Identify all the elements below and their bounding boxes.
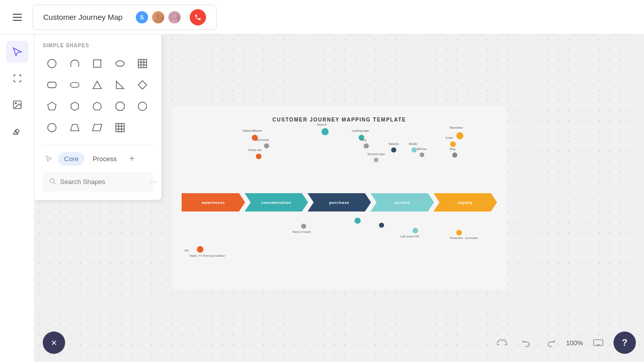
collaborators: S <box>135 10 182 24</box>
dot-website <box>391 147 396 153</box>
dot-mobile <box>412 147 417 153</box>
svg-marker-30 <box>48 102 56 110</box>
cloud-sync-button[interactable] <box>493 334 511 352</box>
label-digital-billboard: Digital billboard <box>243 129 262 132</box>
shapes-panel: SIMPLE SHAPES <box>35 35 162 200</box>
stage-purchase: purchase <box>308 193 371 212</box>
svg-rect-26 <box>70 82 79 87</box>
label-radio: Radio, TV Print and Outdoor <box>190 254 225 257</box>
label-newsletter: Newsletter <box>450 126 463 129</box>
shape-heptagon[interactable] <box>88 97 106 115</box>
shape-stadium[interactable] <box>66 76 84 94</box>
shape-circle-2[interactable] <box>43 118 61 137</box>
dot-online-ads <box>256 154 261 159</box>
svg-point-2 <box>172 14 177 18</box>
svg-line-45 <box>54 183 55 184</box>
shape-arc[interactable] <box>66 54 84 73</box>
menu-button[interactable] <box>8 8 26 26</box>
svg-point-1 <box>155 19 161 23</box>
svg-marker-28 <box>116 81 124 89</box>
shape-empty[interactable] <box>133 118 152 137</box>
avatar-1 <box>151 10 165 24</box>
svg-marker-33 <box>116 102 125 111</box>
svg-marker-43 <box>46 156 52 162</box>
label-mobile: Mobile <box>409 142 417 145</box>
sidebar-shapes-tool[interactable] <box>6 120 28 142</box>
shape-diamond[interactable] <box>133 76 152 94</box>
svg-point-19 <box>116 61 125 67</box>
keyboard-button[interactable] <box>589 334 607 352</box>
search-more-button[interactable]: ⋯ <box>150 177 158 187</box>
svg-marker-37 <box>93 125 102 131</box>
dot-purchase-below <box>379 223 384 228</box>
label-imchat: IM/Chat <box>417 147 426 150</box>
svg-point-14 <box>15 103 16 104</box>
shape-parallelogram[interactable] <box>88 118 106 137</box>
shape-right-triangle[interactable] <box>111 76 129 94</box>
diagram-title: CUSTOMER JOURNEY MAPPING TEMPLATE <box>182 117 497 123</box>
document-title: Customer Journey Map <box>43 13 123 21</box>
svg-marker-32 <box>93 102 102 110</box>
zoom-level: 100% <box>566 339 583 347</box>
label-blog: Blog <box>361 138 366 141</box>
svg-point-44 <box>50 178 54 183</box>
shape-ellipse[interactable] <box>111 54 129 73</box>
tab-process[interactable]: Process <box>86 152 123 166</box>
dot-promotion <box>456 230 462 235</box>
svg-rect-20 <box>138 59 147 68</box>
stage-consideration: consideration <box>245 193 308 212</box>
tab-core[interactable]: Core <box>58 152 84 166</box>
label-pr: PR <box>185 249 189 252</box>
shapes-search-bar: ⋯ <box>43 172 153 192</box>
label-email: Email <box>446 136 453 139</box>
dot-newsletter <box>456 132 463 139</box>
label-word: Word of mouth <box>292 230 311 233</box>
svg-rect-25 <box>48 82 56 88</box>
dot-radio <box>197 246 203 253</box>
stage-service: service <box>370 193 434 212</box>
svg-point-0 <box>156 14 161 18</box>
search-input[interactable] <box>60 178 145 186</box>
shape-square[interactable] <box>88 54 106 73</box>
shape-rounded-rect[interactable] <box>43 76 61 94</box>
label-viral: Viral email <box>256 138 269 141</box>
shape-decagon[interactable] <box>133 97 152 115</box>
journey-flow: awareness consideration purchase service… <box>182 193 497 212</box>
shape-trapezoid[interactable] <box>66 118 84 137</box>
dot-blog <box>364 143 369 148</box>
dot-viral <box>264 143 269 148</box>
dot-imchat <box>420 153 424 157</box>
dot-blog-right <box>452 153 457 158</box>
shape-circle[interactable] <box>43 54 61 73</box>
shape-tabs: Core Process + <box>43 145 153 166</box>
help-button[interactable]: ? <box>613 331 636 354</box>
undo-button[interactable] <box>517 334 536 352</box>
diagram-container: CUSTOMER JOURNEY MAPPING TEMPLATE Search… <box>171 107 507 290</box>
svg-marker-29 <box>138 81 147 89</box>
label-website: Website <box>389 142 399 145</box>
tab-add-button[interactable]: + <box>125 152 139 166</box>
sidebar-image-tool[interactable] <box>6 94 28 116</box>
label-online-ads: Online ads <box>248 148 261 152</box>
menu-icon <box>13 14 22 21</box>
dot-email <box>450 141 456 147</box>
call-button[interactable] <box>190 9 206 25</box>
title-bar: Customer Journey Map S <box>33 5 217 30</box>
left-sidebar <box>0 35 35 362</box>
label-search: Search <box>317 123 327 126</box>
shape-octagon[interactable] <box>111 97 129 115</box>
fab-close-button[interactable]: × <box>43 331 65 354</box>
shape-triangle[interactable] <box>88 76 106 94</box>
dot-word <box>301 224 306 229</box>
svg-marker-4 <box>13 48 21 56</box>
sidebar-cursor-tool[interactable] <box>6 41 28 63</box>
sidebar-frame-tool[interactable] <box>6 67 28 89</box>
redo-button[interactable] <box>542 334 560 352</box>
shape-hexagon[interactable] <box>66 97 84 115</box>
avatar-2 <box>167 10 182 24</box>
label-callcenter: Call center IVR <box>400 235 419 238</box>
shape-pentagon[interactable] <box>43 97 61 115</box>
shape-grid[interactable] <box>111 118 129 137</box>
avatar-s: S <box>135 10 149 24</box>
shape-table[interactable] <box>133 54 152 73</box>
